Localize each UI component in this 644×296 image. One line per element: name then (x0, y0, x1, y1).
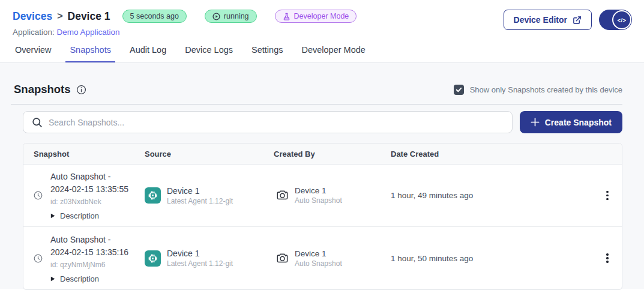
search-icon (32, 117, 43, 128)
snapshot-title-line2: 2024-02-15 13:35:55 (50, 183, 128, 196)
description-toggle-label: Description (60, 274, 99, 283)
breadcrumb-separator: > (57, 11, 62, 22)
column-header-created-by: Created By (274, 150, 391, 159)
tab-device-logs[interactable]: Device Logs (185, 45, 233, 62)
source-device-name: Device 1 (167, 249, 233, 258)
source-device-name: Device 1 (167, 186, 233, 196)
create-snapshot-button-label: Create Snapshot (545, 118, 612, 127)
chip-icon (145, 187, 161, 204)
description-toggle[interactable]: Description (50, 211, 128, 220)
table-header-row: Snapshot Source Created By Date Created (23, 143, 622, 165)
created-by-type: Auto Snapshot (295, 259, 342, 268)
camera-icon (275, 189, 289, 202)
external-link-icon (573, 16, 582, 25)
tab-bar: Overview Snapshots Audit Log Device Logs… (0, 37, 644, 63)
developer-mode-toggle[interactable]: </> (599, 10, 632, 30)
code-icon: </> (612, 10, 631, 29)
play-circle-icon (212, 13, 220, 20)
description-toggle[interactable]: Description (50, 274, 128, 283)
show-only-device-checkbox[interactable] (454, 85, 464, 95)
chip-icon (145, 250, 161, 267)
source-agent-version: Latest Agent 1.12-git (167, 197, 233, 205)
create-snapshot-button[interactable]: Create Snapshot (520, 111, 622, 133)
last-seen-badge-label: 5 seconds ago (130, 12, 179, 20)
table-row: Auto Snapshot - 2024-02-15 13:35:55 id: … (23, 165, 622, 227)
snapshot-title-line1: Auto Snapshot - (50, 171, 128, 183)
column-header-date-created: Date Created (391, 150, 593, 159)
snapshot-id: id: z03NxdbNek (50, 198, 128, 206)
application-link[interactable]: Demo Application (57, 28, 120, 37)
check-icon (456, 86, 462, 93)
filter-checkbox-label: Show only Snapshots created by this devi… (470, 85, 622, 94)
tab-snapshots[interactable]: Snapshots (65, 45, 115, 62)
breadcrumb-current-device: Device 1 (68, 10, 110, 23)
breadcrumb-devices-link[interactable]: Devices (13, 10, 52, 23)
snapshot-cell: Auto Snapshot - 2024-02-15 13:35:16 id: … (23, 234, 145, 283)
developer-mode-badge: Developer Mode (275, 10, 357, 23)
source-cell: Device 1 Latest Agent 1.12-git (145, 186, 274, 205)
date-created-cell: 1 hour, 49 minutes ago (391, 191, 593, 200)
table-row: Auto Snapshot - 2024-02-15 13:35:16 id: … (23, 227, 622, 289)
header-actions: Device Editor </> (504, 10, 632, 30)
device-editor-button-label: Device Editor (514, 15, 567, 25)
created-by-name: Device 1 (295, 249, 342, 258)
clock-icon (34, 191, 43, 200)
created-by-cell: Device 1 Auto Snapshot (274, 249, 391, 268)
clock-icon (34, 254, 43, 263)
created-by-cell: Device 1 Auto Snapshot (274, 186, 391, 205)
source-cell: Device 1 Latest Agent 1.12-git (145, 249, 274, 268)
running-status-badge: running (205, 10, 257, 23)
application-label: Application: (13, 28, 55, 37)
date-created-cell: 1 hour, 50 minutes ago (391, 254, 593, 263)
tab-developer-mode[interactable]: Developer Mode (301, 45, 365, 62)
column-header-source: Source (145, 150, 274, 159)
tab-audit-log[interactable]: Audit Log (130, 45, 166, 62)
column-header-snapshot: Snapshot (23, 150, 145, 159)
row-actions-menu-icon[interactable] (593, 187, 622, 204)
row-actions-menu-icon[interactable] (593, 250, 622, 267)
section-header: Snapshots Show only Snapshots created by… (11, 63, 622, 96)
description-toggle-label: Description (60, 211, 99, 220)
device-editor-button[interactable]: Device Editor (504, 10, 592, 30)
search-box (23, 111, 513, 133)
triangle-right-icon (50, 276, 55, 282)
device-filter: Show only Snapshots created by this devi… (454, 85, 622, 95)
snapshot-title-line2: 2024-02-15 13:35:16 (50, 246, 128, 259)
tab-settings[interactable]: Settings (251, 45, 283, 62)
created-by-name: Device 1 (295, 186, 342, 195)
snapshots-panel: Snapshots Show only Snapshots created by… (0, 63, 644, 289)
info-icon[interactable] (76, 85, 86, 95)
snapshot-id: id: qzyNmMjNm6 (50, 261, 128, 269)
snapshots-table: Snapshot Source Created By Date Created … (23, 143, 622, 290)
running-badge-label: running (224, 12, 249, 20)
source-agent-version: Latest Agent 1.12-git (167, 259, 233, 268)
last-seen-badge: 5 seconds ago (122, 10, 187, 23)
section-divider (11, 104, 622, 104)
flask-icon (283, 13, 290, 20)
search-input[interactable] (49, 118, 504, 127)
developer-mode-badge-label: Developer Mode (294, 12, 349, 20)
camera-icon (275, 252, 289, 265)
created-by-type: Auto Snapshot (295, 196, 342, 205)
search-row: Create Snapshot (23, 111, 622, 133)
snapshot-cell: Auto Snapshot - 2024-02-15 13:35:55 id: … (23, 171, 145, 220)
triangle-right-icon (50, 213, 55, 219)
device-detail-page: Devices > Device 1 5 seconds ago running… (0, 0, 644, 296)
status-badges: 5 seconds ago running Developer Mode (122, 10, 357, 23)
tab-overview[interactable]: Overview (15, 45, 51, 62)
plus-icon (531, 118, 540, 127)
section-title: Snapshots (14, 83, 71, 96)
snapshot-title-line1: Auto Snapshot - (50, 234, 128, 246)
